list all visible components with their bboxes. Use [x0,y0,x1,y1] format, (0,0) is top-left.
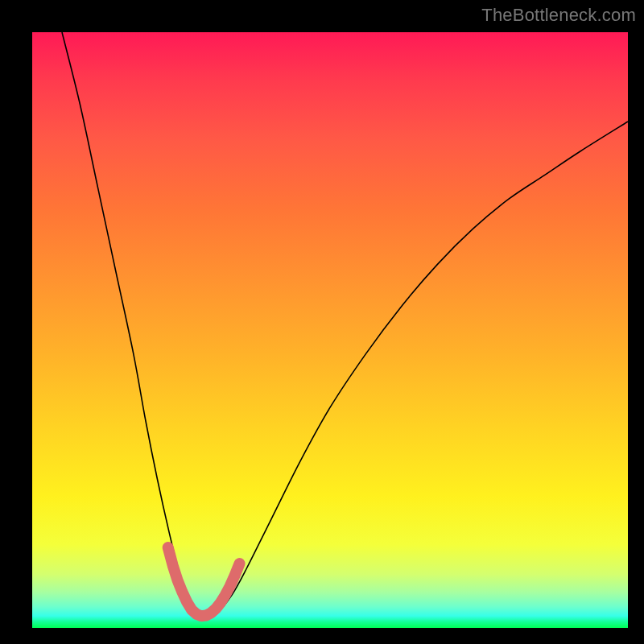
plot-gradient-background [32,32,628,628]
highlighted-valley-marker [168,547,240,616]
chart-svg [32,32,628,628]
watermark-text: TheBottleneck.com [481,5,636,26]
bottleneck-curve [62,32,628,616]
chart-frame: TheBottleneck.com [0,0,644,644]
